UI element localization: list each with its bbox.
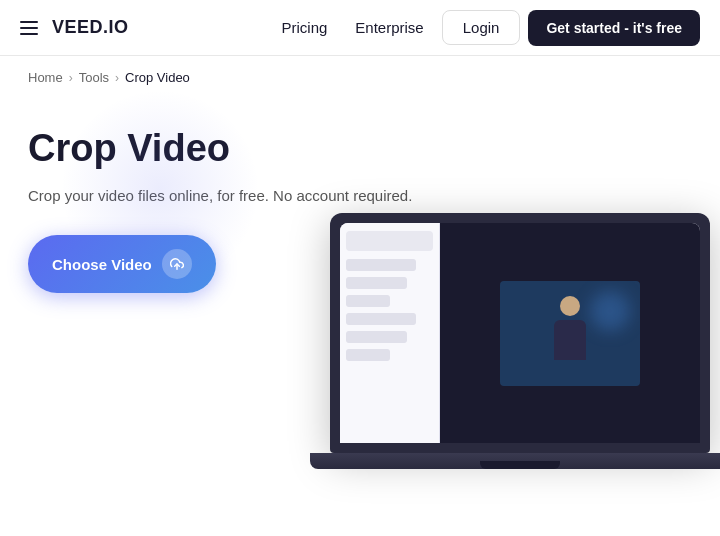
laptop-base xyxy=(310,453,720,469)
hamburger-menu[interactable] xyxy=(20,21,38,35)
video-preview xyxy=(500,281,640,386)
breadcrumb-tools[interactable]: Tools xyxy=(79,70,109,85)
editor-main-area xyxy=(440,223,700,443)
breadcrumb-sep-2: › xyxy=(115,71,119,85)
editor-sidebar xyxy=(340,223,440,443)
logo[interactable]: VEED.IO xyxy=(52,17,129,38)
laptop-screen-body xyxy=(330,213,710,453)
editor-item-6 xyxy=(346,349,390,361)
get-started-button[interactable]: Get started - it's free xyxy=(528,10,700,46)
nav-enterprise[interactable]: Enterprise xyxy=(345,13,433,42)
laptop-mockup xyxy=(310,213,720,536)
person-figure xyxy=(540,296,600,386)
editor-item-5 xyxy=(346,331,407,343)
editor-item-4 xyxy=(346,313,416,325)
editor-item-2 xyxy=(346,277,407,289)
breadcrumb-sep-1: › xyxy=(69,71,73,85)
person-body xyxy=(554,320,586,360)
person-head xyxy=(560,296,580,316)
breadcrumb-current: Crop Video xyxy=(125,70,190,85)
editor-topbar xyxy=(346,231,433,251)
login-button[interactable]: Login xyxy=(442,10,521,45)
choose-video-label: Choose Video xyxy=(52,256,152,273)
laptop-screen-inner xyxy=(340,223,700,443)
main-content: Crop Video Crop your video files online,… xyxy=(0,99,720,293)
breadcrumb: Home › Tools › Crop Video xyxy=(0,56,720,99)
page-title: Crop Video xyxy=(28,127,692,171)
page-subtitle: Crop your video files online, for free. … xyxy=(28,185,692,208)
navbar: VEED.IO Pricing Enterprise Login Get sta… xyxy=(0,0,720,56)
choose-video-button[interactable]: Choose Video xyxy=(28,235,216,293)
editor-item-1 xyxy=(346,259,416,271)
nav-pricing[interactable]: Pricing xyxy=(271,13,337,42)
breadcrumb-home[interactable]: Home xyxy=(28,70,63,85)
upload-icon xyxy=(162,249,192,279)
editor-item-3 xyxy=(346,295,390,307)
